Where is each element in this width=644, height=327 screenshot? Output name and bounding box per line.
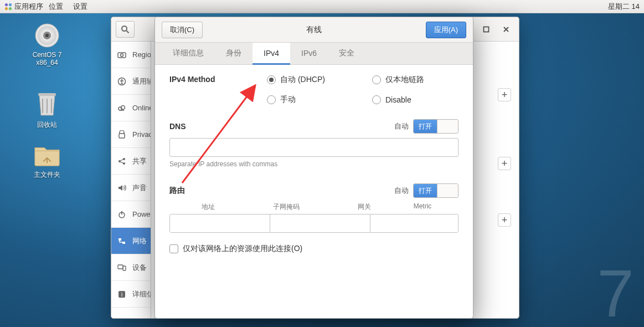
col-mask: 子网掩码 (248, 202, 326, 212)
maximize-icon (483, 26, 490, 33)
sidebar-label: 声音 (132, 183, 147, 193)
dialog-content: IPv4 Method 自动 (DHCP) 仅本地链路 手动 Disable D… (155, 65, 473, 318)
panel-apps: 应用程序 (14, 2, 43, 12)
add-connection-button-1[interactable]: + (498, 88, 511, 101)
cloud-icon (117, 103, 127, 113)
svg-rect-24 (118, 265, 123, 269)
sound-icon (117, 183, 127, 193)
sidebar-item-info[interactable]: i详细信 (111, 281, 151, 308)
radio-manual[interactable]: 手动 (267, 95, 372, 105)
svg-point-1 (9, 3, 12, 6)
svg-rect-17 (119, 134, 125, 138)
close-icon (503, 26, 509, 33)
routes-auto-label: 自动 (394, 186, 409, 196)
sidebar-item-universal[interactable]: 通用辅 (111, 68, 151, 95)
add-connection-button-2[interactable]: + (498, 157, 511, 170)
radio-dot-icon (372, 75, 381, 84)
radio-label: 自动 (DHCP) (280, 75, 325, 85)
route-row (169, 214, 458, 233)
sidebar-label: 网络 (132, 236, 147, 246)
radio-label: 仅本地链路 (385, 75, 424, 85)
toggle-knob (437, 184, 458, 197)
camera-icon (117, 50, 127, 60)
panel-places[interactable]: 位置 (49, 2, 63, 12)
top-panel: 应用程序 位置 设置 星期二 14 (0, 0, 644, 13)
sidebar-label: Privacy (132, 130, 151, 139)
route-mask-input[interactable] (270, 214, 370, 232)
only-this-checkbox[interactable] (169, 244, 178, 253)
maximize-button[interactable] (478, 22, 494, 37)
svg-text:i: i (121, 292, 122, 298)
trash-icon (34, 91, 60, 118)
desktop-cd-label2: x86_64 (25, 59, 69, 67)
svg-point-12 (121, 54, 123, 57)
route-gw-input[interactable] (370, 214, 458, 232)
search-button[interactable] (116, 21, 135, 38)
svg-point-20 (123, 162, 125, 165)
svg-rect-10 (484, 27, 489, 32)
panel-settings[interactable]: 设置 (73, 2, 87, 12)
activities-button[interactable]: 应用程序 (4, 2, 43, 12)
watermark-7: 7 (597, 255, 634, 327)
sidebar-item-power[interactable]: Power (111, 201, 151, 228)
toggle-on-label: 打开 (414, 184, 437, 197)
radio-dot-icon (372, 95, 381, 104)
sidebar-item-online[interactable]: Online (111, 95, 151, 121)
desktop-home-label: 主文件夹 (25, 170, 69, 180)
svg-point-3 (9, 7, 12, 9)
activities-icon (4, 3, 12, 11)
add-connection-button-3[interactable]: + (498, 213, 511, 227)
tab-security[interactable]: 安全 (328, 43, 365, 65)
toggle-on-label: 打开 (414, 120, 437, 133)
svg-point-14 (121, 79, 122, 80)
radio-dot-icon (267, 95, 276, 104)
desktop-icon-home[interactable]: 主文件夹 (25, 141, 69, 180)
sidebar-item-sound[interactable]: 声音 (111, 175, 151, 201)
dns-label: DNS (169, 122, 394, 131)
radio-dot-icon (267, 75, 276, 84)
cancel-button[interactable]: 取消(C) (162, 22, 203, 38)
devices-icon (117, 263, 127, 273)
radio-label: 手动 (280, 95, 296, 105)
desktop-icon-trash[interactable]: 回收站 (25, 91, 69, 130)
info-icon: i (117, 289, 127, 299)
sidebar-label: 共享 (132, 156, 147, 166)
tab-ipv6[interactable]: IPv6 (290, 43, 328, 65)
sidebar-item-share[interactable]: 共享 (111, 148, 151, 175)
apply-button[interactable]: 应用(A) (426, 22, 466, 38)
svg-point-9 (122, 26, 127, 31)
radio-link-local[interactable]: 仅本地链路 (372, 75, 455, 85)
sidebar-label: 通用辅 (132, 76, 151, 86)
connection-dialog: 取消(C) 有线 应用(A) 详细信息 身份 IPv4 IPv6 安全 IPv4… (154, 17, 473, 319)
toggle-knob (437, 120, 458, 133)
route-addr-input[interactable] (170, 214, 270, 232)
universal-icon (117, 76, 127, 86)
settings-sidebar: Region 通用辅 Online Privacy 共享 声音 Power 网络… (111, 42, 151, 318)
dns-input[interactable] (169, 138, 458, 157)
panel-clock: 星期二 14 (608, 2, 640, 12)
col-addr: 地址 (169, 202, 248, 212)
tab-identity[interactable]: 身份 (215, 43, 253, 65)
svg-point-0 (5, 3, 8, 6)
sidebar-item-privacy[interactable]: Privacy (111, 121, 151, 148)
power-icon (117, 210, 127, 219)
sidebar-label: Region (132, 50, 151, 59)
sidebar-label: Online (132, 104, 151, 112)
tab-ipv4[interactable]: IPv4 (253, 43, 290, 65)
radio-label: Disable (385, 95, 411, 104)
sidebar-item-network[interactable]: 网络 (111, 228, 151, 254)
sidebar-label: 详细信 (132, 289, 151, 299)
radio-disable[interactable]: Disable (372, 95, 455, 104)
routes-label: 路由 (169, 186, 394, 196)
desktop-icon-cd[interactable]: CentOS 7 x86_64 (25, 22, 69, 67)
dns-auto-toggle[interactable]: 打开 (413, 119, 458, 134)
svg-point-2 (5, 7, 8, 9)
radio-auto-dhcp[interactable]: 自动 (DHCP) (267, 75, 372, 85)
sidebar-item-devices[interactable]: 设备 (111, 254, 151, 281)
tab-details[interactable]: 详细信息 (162, 43, 215, 65)
close-button[interactable] (498, 22, 514, 37)
share-icon (117, 156, 127, 166)
routes-auto-toggle[interactable]: 打开 (413, 183, 458, 198)
sidebar-item-region[interactable]: Region (111, 42, 151, 68)
privacy-icon (117, 130, 127, 140)
